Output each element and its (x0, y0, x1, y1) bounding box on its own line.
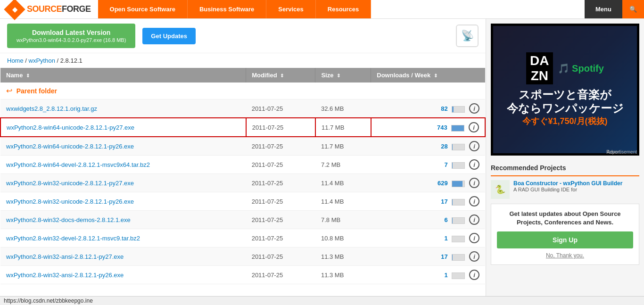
recommended-project: 🐍 Boa Constructor - wxPython GUI Builder… (491, 180, 639, 199)
content-area: Download Latest Version wxPython3.0-win6… (0, 19, 486, 302)
download-count: 17 (441, 253, 447, 260)
info-icon[interactable]: i (469, 196, 479, 206)
table-row: wxPython2.8-win32-unicode-2.8.12.1-py26.… (0, 192, 485, 211)
info-icon[interactable]: i (469, 214, 479, 225)
file-link[interactable]: wxPython2.8-win64-unicode-2.8.12.1-py26.… (6, 143, 134, 150)
signup-text: Get latest updates about Open Source Pro… (497, 210, 633, 227)
download-bar-visual (451, 125, 464, 132)
download-bar-visual (452, 162, 465, 169)
info-icon[interactable]: i (469, 159, 479, 170)
parent-folder-link[interactable]: Parent folder (17, 87, 57, 95)
nav-menu[interactable]: Menu (585, 0, 622, 18)
get-updates-button[interactable]: Get Updates (142, 28, 196, 44)
file-size: 10.8 MB (315, 229, 371, 247)
download-bar-visual (452, 144, 465, 150)
info-icon[interactable]: i (469, 103, 479, 114)
breadcrumb: Home / wxPython / 2.8.12.1 (0, 53, 486, 68)
rss-icon: 📡 (461, 30, 474, 42)
nav-links: Open Source Software Business Software S… (98, 0, 585, 18)
col-modified[interactable]: Modified ⇕ (246, 68, 315, 82)
rss-button[interactable]: 📡 (456, 25, 479, 47)
signup-button[interactable]: Sign Up (497, 231, 633, 248)
download-button-title: Download Latest Version (17, 28, 126, 37)
file-size: 11.4 MB (315, 174, 371, 192)
breadcrumb-version: 2.8.12.1 (60, 57, 83, 64)
download-bar-visual (452, 272, 465, 279)
downloads-sort-icon: ⇕ (434, 73, 438, 78)
file-link[interactable]: wxPython2.8-win64-devel-2.8.12.1-msvc9x6… (6, 161, 150, 168)
file-link[interactable]: wxPython2.8-win64-unicode-2.8.12.1-py27.… (7, 124, 134, 131)
file-size: 7.8 MB (315, 211, 371, 229)
ad-japanese-text: スポーツと音楽が今ならワンパッケージ (507, 88, 624, 115)
ad-dazn: DAZN (526, 52, 553, 84)
download-count: 629 (438, 180, 448, 187)
no-thanks-link[interactable]: No, Thank you. (497, 252, 633, 259)
file-link[interactable]: wxPython2.8-win32-ansi-2.8.12.1-py26.exe (6, 272, 124, 279)
file-size: 32.6 MB (315, 99, 371, 118)
project-name-link[interactable]: Boa Constructor - wxPython GUI Builder (513, 180, 622, 187)
file-link[interactable]: wxwidgets2.8_2.8.12.1.orig.tar.gz (6, 105, 97, 112)
table-row: wxPython2.8-win32-ansi-2.8.12.1-py26.exe… (0, 266, 485, 284)
download-bar-visual (452, 254, 465, 261)
logo-text: SOURCEFORGE (27, 4, 91, 14)
download-bar-visual (452, 217, 465, 224)
file-link[interactable]: wxPython2.8-win32-ansi-2.8.12.1-py27.exe (6, 253, 124, 260)
download-bar-visual (452, 199, 465, 206)
info-icon[interactable]: i (469, 178, 479, 188)
file-modified: 2011-07-25 (246, 211, 315, 229)
logo-diamond: ◆ (4, 0, 25, 20)
info-icon[interactable]: i (469, 122, 479, 132)
file-modified: 2011-07-25 (246, 118, 315, 137)
nav-open-source[interactable]: Open Source Software (98, 0, 188, 18)
download-count: 17 (441, 198, 447, 205)
download-count: 743 (437, 124, 447, 131)
nav-services[interactable]: Services (266, 0, 316, 18)
download-count: 82 (441, 105, 447, 112)
file-link[interactable]: wxPython2.8-win32-unicode-2.8.12.1-py26.… (6, 198, 134, 205)
nav-search-button[interactable]: 🔍 (622, 0, 644, 18)
col-name[interactable]: Name ⇕ (0, 68, 246, 82)
ad-label: Advertisement (607, 149, 637, 155)
breadcrumb-project[interactable]: wxPython (29, 57, 55, 64)
status-url: https://blog.csdn.net/zbbkeepgo.ine (4, 297, 93, 302)
file-size: 11.3 MB (315, 247, 371, 266)
size-sort-icon: ⇕ (337, 73, 340, 78)
project-thumbnail: 🐍 (491, 180, 510, 199)
table-row: wxPython2.8-win32-devel-2.8.12.1-msvc9.t… (0, 229, 485, 247)
logo[interactable]: ◆ SOURCEFORGE (0, 0, 98, 18)
info-icon[interactable]: i (469, 251, 479, 262)
nav-resources[interactable]: Resources (316, 0, 371, 18)
search-icon: 🔍 (629, 6, 637, 13)
table-row: wxPython2.8-win32-ansi-2.8.12.1-py27.exe… (0, 247, 485, 266)
nav-business[interactable]: Business Software (188, 0, 266, 18)
download-bar-visual (452, 106, 465, 113)
info-icon[interactable]: i (469, 233, 479, 243)
table-header: Name ⇕ Modified ⇕ Size ⇕ Downloads / Wee… (0, 68, 485, 82)
table-row: wxPython2.8-win32-unicode-2.8.12.1-py27.… (0, 174, 485, 192)
file-modified: 2011-07-25 (246, 192, 315, 211)
file-modified: 2011-07-25 (246, 137, 315, 156)
info-icon[interactable]: i (469, 270, 479, 280)
table-row: wxPython2.8-win64-devel-2.8.12.1-msvc9x6… (0, 156, 485, 174)
file-link[interactable]: wxPython2.8-win32-docs-demos-2.8.12.1.ex… (6, 216, 131, 223)
file-link[interactable]: wxPython2.8-win32-devel-2.8.12.1-msvc9.t… (6, 235, 140, 242)
col-downloads[interactable]: Downloads / Week ⇕ (371, 68, 485, 82)
file-modified: 2011-07-25 (246, 266, 315, 284)
download-button[interactable]: Download Latest Version wxPython3.0-win6… (7, 24, 135, 48)
file-link[interactable]: wxPython2.8-win32-unicode-2.8.12.1-py27.… (6, 180, 134, 187)
col-size[interactable]: Size ⇕ (315, 68, 371, 82)
download-count: 6 (445, 216, 448, 223)
name-sort-icon: ⇕ (26, 73, 30, 78)
download-count: 1 (445, 235, 448, 242)
breadcrumb-home[interactable]: Home (7, 57, 24, 64)
file-size: 7.2 MB (315, 156, 371, 174)
download-count: 1 (445, 272, 448, 279)
file-modified: 2011-07-25 (246, 229, 315, 247)
ad-spotify: 🎵 Spotify (558, 63, 604, 74)
info-icon[interactable]: i (469, 141, 479, 151)
file-modified: 2011-07-25 (246, 99, 315, 118)
download-button-sub: wxPython3.0-win64-3.0.2.0-py27.exe (16.8… (17, 37, 126, 43)
file-size: 11.4 MB (315, 192, 371, 211)
parent-folder-icon: ↩ (6, 87, 12, 95)
signup-box: Get latest updates about Open Source Pro… (491, 204, 639, 265)
